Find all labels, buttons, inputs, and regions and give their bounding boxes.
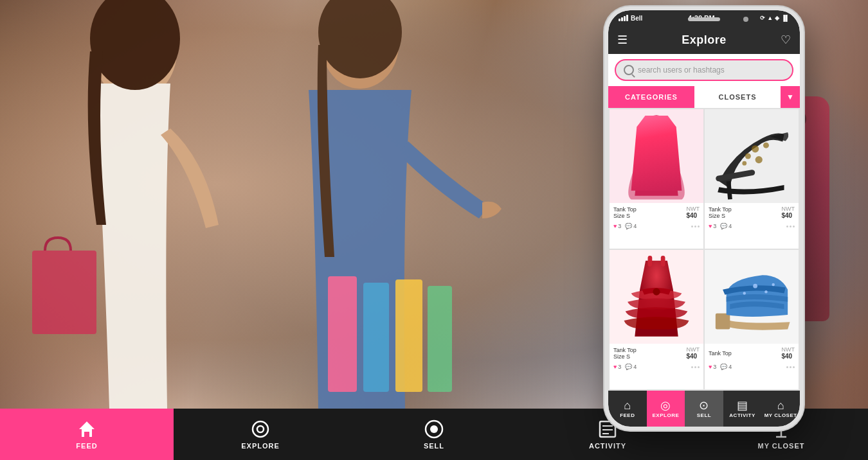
large-nav-feed[interactable]: FEED bbox=[0, 409, 174, 460]
large-feed-icon bbox=[77, 419, 97, 439]
product-info-4: Tank Top NWT $40 bbox=[705, 344, 799, 362]
svg-rect-8 bbox=[428, 286, 452, 392]
activity-label: ACTIVITY bbox=[729, 412, 755, 418]
comment-bubble-2: 💬 bbox=[720, 223, 727, 229]
search-icon bbox=[624, 65, 634, 75]
phone-bottom-nav: ⌂ FEED ◎ EXPLORE ⊙ SELL ▤ ACTIVITY ⌂ M bbox=[608, 391, 800, 427]
categories-tab[interactable]: CATEGORIES bbox=[608, 86, 694, 108]
large-nav-explore[interactable]: EXPLORE bbox=[174, 409, 347, 460]
dropdown-button[interactable]: ▼ bbox=[781, 86, 800, 108]
svg-rect-7 bbox=[395, 279, 422, 392]
phone-screen: Bell 4:20 PM ⟳ ▲ ◈ ▐▌ ☰ Explore ♡ search bbox=[608, 10, 800, 427]
svg-marker-36 bbox=[79, 421, 95, 437]
phone-nav-feed[interactable]: ⌂ FEED bbox=[608, 391, 647, 427]
heart-icon-4: ♥ bbox=[709, 364, 712, 370]
large-nav-sell[interactable]: SELL bbox=[347, 409, 521, 460]
svg-point-34 bbox=[743, 292, 746, 294]
app-header: ☰ Explore ♡ bbox=[608, 26, 800, 54]
svg-point-38 bbox=[257, 426, 264, 432]
product-condition-2: NWT bbox=[782, 206, 795, 212]
category-tab-bar: CATEGORIES CLOSETS ▼ bbox=[608, 86, 800, 108]
product-size-1: Size S bbox=[613, 213, 637, 219]
product-comments-4: 💬 4 bbox=[720, 364, 732, 370]
product-info-3: Tank Top Size S NWT $40 bbox=[610, 344, 703, 362]
product-image-2 bbox=[705, 109, 799, 203]
product-condition-4: NWT bbox=[782, 346, 795, 353]
phone-camera bbox=[743, 17, 748, 22]
feed-label: FEED bbox=[620, 412, 635, 418]
product-meta-3: ♥ 3 💬 4 bbox=[610, 362, 703, 373]
closets-tab[interactable]: CLOSETS bbox=[694, 86, 781, 108]
svg-point-15 bbox=[664, 159, 668, 163]
page-title: Explore bbox=[682, 33, 727, 47]
sell-label: SELL bbox=[697, 412, 711, 418]
svg-point-40 bbox=[430, 425, 438, 433]
product-name-4: Tank Top bbox=[709, 350, 732, 357]
search-bar[interactable]: search users or hashtags bbox=[615, 59, 793, 81]
svg-point-12 bbox=[646, 155, 652, 161]
large-explore-label: EXPLORE bbox=[241, 442, 280, 450]
woman-right bbox=[180, 0, 553, 409]
comment-bubble-3: 💬 bbox=[625, 364, 632, 370]
explore-icon: ◎ bbox=[660, 400, 671, 411]
product-price-3: $40 bbox=[687, 353, 700, 360]
svg-point-16 bbox=[644, 175, 648, 180]
phone-nav-explore[interactable]: ◎ EXPLORE bbox=[647, 391, 685, 427]
product-price-1: $40 bbox=[687, 212, 700, 219]
svg-point-17 bbox=[661, 172, 667, 177]
phone-speaker bbox=[688, 17, 720, 21]
svg-point-24 bbox=[755, 156, 763, 163]
product-condition-1: NWT bbox=[687, 206, 700, 212]
product-grid: Tank Top Size S NWT $40 ♥ 3 bbox=[608, 108, 800, 391]
closet-label: MY CLOSET bbox=[764, 412, 797, 418]
sell-icon: ⊙ bbox=[699, 400, 709, 411]
phone-top-bar bbox=[608, 10, 800, 28]
svg-point-33 bbox=[764, 290, 767, 293]
svg-rect-2 bbox=[32, 251, 96, 334]
product-more-3 bbox=[691, 366, 700, 368]
product-meta-1: ♥ 3 💬 4 bbox=[610, 222, 703, 232]
product-card-1[interactable]: Tank Top Size S NWT $40 ♥ 3 bbox=[610, 109, 703, 249]
feed-icon: ⌂ bbox=[624, 400, 631, 411]
phone-frame: Bell 4:20 PM ⟳ ▲ ◈ ▐▌ ☰ Explore ♡ search bbox=[604, 6, 804, 430]
dress-svg-2 bbox=[610, 250, 703, 344]
svg-point-25 bbox=[742, 161, 746, 166]
explore-label: EXPLORE bbox=[653, 412, 680, 418]
product-image-3 bbox=[610, 250, 703, 344]
svg-point-23 bbox=[745, 154, 751, 159]
svg-rect-9 bbox=[610, 109, 703, 203]
svg-rect-27 bbox=[648, 256, 653, 267]
svg-rect-6 bbox=[363, 283, 389, 392]
product-card-4[interactable]: Tank Top NWT $40 ♥ 3 bbox=[705, 250, 799, 389]
phone-nav-sell[interactable]: ⊙ SELL bbox=[685, 391, 723, 427]
svg-rect-28 bbox=[661, 256, 665, 267]
heart-icon-1: ♥ bbox=[613, 223, 617, 229]
product-price-4: $40 bbox=[782, 353, 795, 360]
product-card-2[interactable]: Tank Top Size S NWT $40 ♥ 3 bbox=[705, 109, 799, 249]
product-info-2: Tank Top Size S NWT $40 bbox=[705, 203, 799, 222]
phone-nav-activity[interactable]: ▤ ACTIVITY bbox=[723, 391, 762, 427]
svg-point-37 bbox=[253, 421, 268, 437]
product-info-1: Tank Top Size S NWT $40 bbox=[610, 203, 703, 222]
svg-point-21 bbox=[752, 145, 759, 152]
large-sell-label: SELL bbox=[424, 442, 444, 450]
favorite-button[interactable]: ♡ bbox=[781, 33, 791, 47]
phone-nav-closet[interactable]: ⌂ MY CLOSET bbox=[761, 391, 800, 427]
product-likes-2: ♥ 3 bbox=[709, 223, 716, 229]
heart-icon-3: ♥ bbox=[613, 364, 617, 370]
product-price-2: $40 bbox=[782, 212, 795, 219]
product-likes-3: ♥ 3 bbox=[613, 364, 621, 370]
product-size-2: Size S bbox=[709, 213, 732, 219]
svg-point-11 bbox=[657, 146, 663, 152]
product-card-3[interactable]: Tank Top Size S NWT $40 ♥ 3 bbox=[610, 250, 703, 389]
product-size-3: Size S bbox=[613, 353, 637, 360]
product-comments-2: 💬 4 bbox=[720, 223, 732, 229]
product-comments-1: 💬 4 bbox=[625, 223, 637, 229]
large-feed-label: FEED bbox=[76, 442, 97, 450]
product-image-1 bbox=[610, 109, 703, 203]
svg-point-14 bbox=[650, 166, 656, 172]
product-likes-1: ♥ 3 bbox=[613, 223, 621, 229]
menu-button[interactable]: ☰ bbox=[617, 34, 628, 46]
product-image-4 bbox=[705, 250, 799, 344]
product-name-1: Tank Top bbox=[613, 206, 637, 213]
